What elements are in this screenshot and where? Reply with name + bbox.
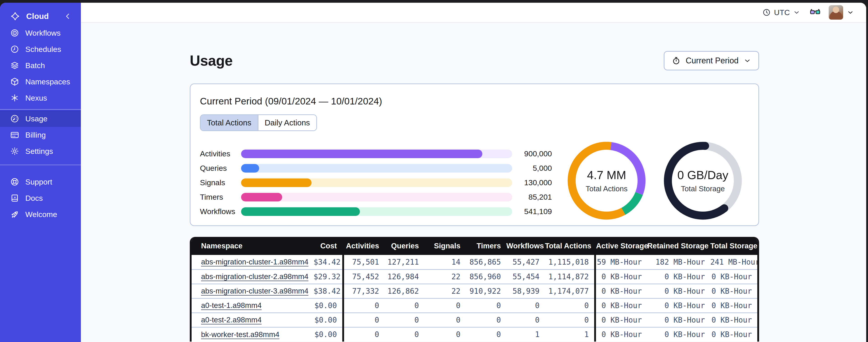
bar-track <box>241 193 512 201</box>
period-selector-button[interactable]: Current Period <box>664 51 759 70</box>
namespace-link[interactable]: a0-test-1.a98mm4 <box>201 301 261 309</box>
sidebar-item-schedules[interactable]: Schedules <box>0 41 81 57</box>
settings-icon <box>10 146 20 156</box>
cell-signals: 22 <box>424 269 466 284</box>
sidebar-item-label: Billing <box>25 131 46 139</box>
donut-label: Total Actions <box>586 184 627 193</box>
cell-queries: 0 <box>384 327 424 342</box>
cell-total_actions: 0 <box>545 298 595 313</box>
cell-active_storage: 0 KB-Hour <box>595 269 647 284</box>
cell-signals: 0 <box>424 298 466 313</box>
donut-value: 0 GB/Day <box>677 168 728 182</box>
sidebar-item-settings[interactable]: Settings <box>0 143 81 159</box>
cell-retained_storage: 0 KB-Hour <box>647 269 710 284</box>
bar-fill <box>241 207 360 216</box>
cell-queries: 126,984 <box>384 269 424 284</box>
cell-active_storage: 0 KB-Hour <box>595 327 647 342</box>
cell-total_storage: 0 KB-Hour <box>710 284 757 298</box>
support-icon <box>10 177 20 186</box>
sidebar-item-namespaces[interactable]: Namespaces <box>0 73 81 90</box>
avatar[interactable] <box>829 5 843 20</box>
nexus-icon <box>10 93 20 103</box>
bar-track <box>241 178 512 187</box>
usage-charts: Activities900,000Queries5,000Signals130,… <box>200 138 749 224</box>
cell-namespace: abs-migration-cluster-3.a98mm4 <box>192 284 314 298</box>
namespace-link[interactable]: a0-test-2.a98mm4 <box>201 316 261 324</box>
cell-workflows: 1 <box>506 327 545 342</box>
sidebar-item-support[interactable]: Support <box>0 174 81 190</box>
bar-value: 130,000 <box>512 178 552 187</box>
workflows-icon <box>10 28 20 38</box>
namespace-usage-table: NamespaceCostActivitiesQueriesSignalsTim… <box>192 237 757 342</box>
bar-track <box>241 149 512 158</box>
cell-namespace: bk-worker-test.a98mm4 <box>192 327 314 342</box>
sidebar-item-label: Docs <box>25 194 43 203</box>
cell-total_storage: 0 KB-Hour <box>710 313 757 327</box>
sidebar-item-billing[interactable]: Billing <box>0 127 81 143</box>
sidebar-item-label: Support <box>25 177 52 186</box>
cell-total_storage: 0 KB-Hour <box>710 298 757 313</box>
cell-cost: $0.00 <box>314 327 343 342</box>
cell-queries: 0 <box>384 298 424 313</box>
cell-workflows: 55,454 <box>506 269 545 284</box>
namespace-link[interactable]: abs-migration-cluster-3.a98mm4 <box>201 287 308 295</box>
bar-row-workflows: Workflows541,109 <box>200 207 552 216</box>
bar-value: 541,109 <box>512 207 552 216</box>
namespace-link[interactable]: abs-migration-cluster-1.a98mm4 <box>201 258 308 266</box>
bar-label: Workflows <box>200 207 241 216</box>
cell-activities: 75,452 <box>343 269 384 284</box>
cell-total_storage: 0 KB-Hour <box>710 269 757 284</box>
sidebar-divider <box>0 109 81 110</box>
cell-workflows: 0 <box>506 298 545 313</box>
cell-active_storage: 0 KB-Hour <box>595 298 647 313</box>
cell-cost: $0.00 <box>314 313 343 327</box>
sidebar-item-welcome[interactable]: Welcome <box>0 206 81 223</box>
cell-retained_storage: 0 KB-Hour <box>647 298 710 313</box>
bar-fill <box>241 193 282 201</box>
cell-retained_storage: 0 KB-Hour <box>647 327 710 342</box>
actions-tabs: Total ActionsDaily Actions <box>200 114 317 131</box>
actions-bar-chart: Activities900,000Queries5,000Signals130,… <box>200 138 552 216</box>
table-row: abs-migration-cluster-1.a98mm4$34.4275,5… <box>192 255 757 269</box>
cell-total_actions: 0 <box>545 313 595 327</box>
column-header-total_actions: Total Actions <box>545 237 595 255</box>
sidebar-item-usage[interactable]: Usage <box>0 110 81 127</box>
account-menu[interactable] <box>829 5 854 20</box>
sidebar: Cloud WorkflowsSchedulesBatchNamespacesN… <box>0 3 81 342</box>
stopwatch-icon <box>672 56 681 65</box>
sidebar-item-nexus[interactable]: Nexus <box>0 90 81 106</box>
table-row: abs-migration-cluster-2.a98mm4$29.3275,4… <box>192 269 757 284</box>
namespace-link[interactable]: bk-worker-test.a98mm4 <box>201 330 279 339</box>
table-row: bk-worker-test.a98mm4$0.000000110 KB-Hou… <box>192 327 757 342</box>
cell-activities: 75,501 <box>343 255 384 269</box>
donut-total-actions: 4.7 MMTotal Actions <box>564 138 650 224</box>
sidebar-collapse-button[interactable] <box>63 12 72 21</box>
glasses-icon[interactable] <box>810 7 820 18</box>
bar-row-queries: Queries5,000 <box>200 164 552 172</box>
cell-cost: $0.00 <box>314 298 343 313</box>
cell-cost: $29.32 <box>314 269 343 284</box>
cell-active_storage: 59 MB-Hour <box>595 255 647 269</box>
column-header-active_storage: Active Storage <box>595 237 647 255</box>
tab-daily-actions[interactable]: Daily Actions <box>258 115 316 130</box>
cell-timers: 0 <box>466 327 506 342</box>
schedules-icon <box>10 44 20 54</box>
sidebar-header-label: Cloud <box>26 12 49 21</box>
namespace-link[interactable]: abs-migration-cluster-2.a98mm4 <box>201 272 308 281</box>
bar-row-timers: Timers85,201 <box>200 193 552 201</box>
cell-total_actions: 1,174,077 <box>545 284 595 298</box>
cell-timers: 910,922 <box>466 284 506 298</box>
table-row: a0-test-2.a98mm4$0.000000000 KB-Hour0 KB… <box>192 313 757 327</box>
column-header-signals: Signals <box>424 237 466 255</box>
sidebar-item-label: Welcome <box>25 210 57 219</box>
timezone-selector[interactable]: UTC <box>762 8 800 17</box>
sidebar-item-workflows[interactable]: Workflows <box>0 25 81 41</box>
tab-total-actions[interactable]: Total Actions <box>200 115 258 130</box>
cell-total_actions: 1 <box>545 327 595 342</box>
cell-activities: 77,332 <box>343 284 384 298</box>
sidebar-item-docs[interactable]: Docs <box>0 190 81 206</box>
sidebar-item-batch[interactable]: Batch <box>0 57 81 73</box>
cell-queries: 0 <box>384 313 424 327</box>
temporal-logo-icon <box>10 11 20 22</box>
column-header-workflows: Workflows <box>506 237 545 255</box>
